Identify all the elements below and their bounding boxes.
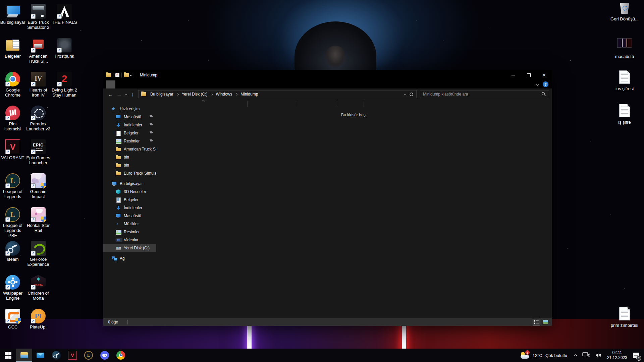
sidebar-item[interactable]: Masaüstü (103, 212, 156, 220)
breadcrumb-item[interactable]: Bu bilgisayar (148, 90, 179, 98)
desktop-icon[interactable]: steam (0, 240, 25, 274)
recent-locations-chevron-icon[interactable] (123, 94, 128, 95)
desktop-icon[interactable]: League of Legends PBE (0, 206, 25, 240)
desktop-icon[interactable]: Bu bilgisayar (0, 3, 25, 37)
ribbon-tab[interactable] (115, 80, 125, 88)
shortcut-arrow-icon (31, 48, 36, 53)
desktop-icon[interactable]: Riot İstemcisi (0, 105, 25, 139)
shortcut-arrow-icon (31, 183, 36, 188)
minimize-button[interactable] (505, 70, 521, 80)
address-dropdown-chevron-icon[interactable] (404, 93, 406, 95)
taskbar-app-start[interactable] (0, 349, 16, 362)
volume-tray-button[interactable] (593, 349, 604, 362)
title-bar[interactable]: Minidump (103, 70, 552, 80)
customize-toolbar-caret-icon[interactable] (129, 74, 132, 76)
taskbar-app-valorant[interactable] (64, 349, 80, 362)
forward-button[interactable]: → (115, 92, 123, 97)
sidebar-item[interactable]: İndirilenler (103, 204, 156, 212)
column-divider[interactable] (247, 101, 248, 107)
desktop-icon[interactable]: masaüstü (608, 35, 641, 59)
column-divider[interactable] (338, 101, 338, 107)
sidebar-item[interactable]: Videolar (103, 236, 156, 244)
desktop-icon-label: GeForce Experience (25, 257, 51, 267)
desktop-icon[interactable]: Hearts of Iron IV (25, 71, 51, 105)
sidebar-item[interactable]: bin (103, 153, 156, 161)
desktop-icon[interactable]: Google Chrome (0, 71, 25, 105)
column-divider[interactable] (297, 101, 297, 107)
taskbar-app-league-of-legends[interactable] (80, 349, 97, 362)
sidebar-item[interactable]: bin (103, 161, 156, 169)
clock[interactable]: 02:11 21.12.2023 (604, 350, 630, 360)
back-button[interactable]: ← (106, 92, 115, 97)
breadcrumb-item[interactable]: Yerel Disk (C:) (179, 90, 213, 98)
desktop-icon[interactable]: Geri Dönüşü... (608, 0, 641, 21)
ribbon-tab[interactable] (106, 80, 115, 88)
sidebar-item[interactable]: İndirilenler (103, 121, 156, 129)
desktop-icon[interactable]: League of Legends (0, 173, 25, 206)
desktop-icon[interactable]: VALORANT (0, 139, 25, 173)
sidebar-item[interactable]: Yerel Disk (C:) (103, 244, 156, 252)
details-view-button[interactable] (533, 319, 540, 325)
desktop-icon[interactable]: Honkai Star Rail (25, 206, 51, 240)
help-icon[interactable] (543, 81, 548, 87)
desktop-icon[interactable]: Frostpunk (51, 37, 78, 71)
breadcrumb-item[interactable]: Minidump (238, 90, 261, 98)
desktop-icon[interactable]: Paradox Launcher v2 (25, 105, 51, 139)
sidebar-item[interactable]: Müzikler (103, 220, 156, 228)
sidebar-item[interactable]: American Truck Sim (103, 145, 156, 153)
sidebar-item-icon (115, 197, 121, 202)
ribbon-tab[interactable] (125, 80, 134, 88)
desktop-icon[interactable]: Genshin Impact (25, 173, 51, 206)
desktop-icon[interactable]: Epic Games Launcher (25, 139, 51, 173)
taskbar-app-explorer[interactable] (16, 349, 32, 362)
breadcrumb-item[interactable]: Windows (213, 90, 238, 98)
sidebar-item[interactable]: Masaüstü (103, 113, 156, 121)
sidebar-item[interactable]: Resimler (103, 137, 156, 145)
taskbar-app-discord[interactable] (97, 349, 113, 362)
address-bar[interactable]: Bu bilgisayar Yerel Disk (C:) Windows Mi… (138, 90, 417, 98)
app-icon (5, 38, 20, 53)
network-tray-button[interactable] (580, 349, 593, 362)
taskbar-app-mail[interactable] (32, 349, 48, 362)
sidebar-section[interactable]: Bu bilgisayar (103, 180, 156, 188)
desktop-icon[interactable]: Belgeler (0, 37, 25, 71)
thumbnails-view-button[interactable] (542, 319, 549, 325)
sidebar-item[interactable]: Euro Truck Simulato (103, 169, 156, 177)
properties-quick-icon[interactable] (115, 73, 119, 77)
column-divider[interactable] (364, 101, 364, 107)
desktop-icon[interactable]: iş şifre (608, 103, 641, 125)
desktop-icon[interactable]: THE FINALS (51, 3, 78, 37)
sidebar-item[interactable]: Belgeler (103, 129, 156, 137)
shortcut-arrow-icon (5, 285, 10, 290)
desktop-icon[interactable]: Children of Morta (25, 274, 51, 308)
sidebar-item[interactable]: 3D Nesneler (103, 188, 156, 196)
file-list-area[interactable]: Bu klasör boş. (156, 100, 552, 318)
new-folder-quick-icon[interactable] (124, 73, 129, 77)
desktop-icon[interactable]: prim zımbırtısı (608, 306, 641, 328)
desktop-icon[interactable]: Dying Light 2 Stay Human (51, 71, 78, 105)
up-button[interactable]: ↑ (128, 92, 137, 97)
action-center-button[interactable]: 2 (630, 349, 644, 362)
sidebar-item[interactable]: Belgeler (103, 196, 156, 204)
desktop-icon[interactable]: Wallpaper Engine (0, 274, 25, 308)
sidebar-section[interactable]: Hızlı erişim (103, 105, 156, 113)
desktop-icon[interactable]: GeForce Experience (25, 240, 51, 274)
taskbar-app-steam[interactable] (48, 349, 64, 362)
weather-widget[interactable]: 1 12°C Çok bulutlu (516, 349, 571, 362)
sidebar-item[interactable]: Resimler (103, 228, 156, 236)
close-button[interactable] (536, 70, 552, 80)
search-input[interactable]: Minidump klasöründe ara (420, 90, 549, 98)
maximize-button[interactable] (521, 70, 536, 80)
desktop-icon[interactable]: American Truck Si... (25, 37, 51, 71)
desktop-icon[interactable]: Euro Truck Simulator 2 (25, 3, 51, 37)
desktop-icon[interactable]: PlateUp! (25, 308, 51, 342)
sidebar-section-icon (111, 106, 117, 112)
desktop-icon[interactable]: ios şifresi (608, 69, 641, 91)
sidebar-section[interactable]: Ağ (103, 254, 156, 262)
taskbar-app-chrome[interactable] (113, 349, 129, 362)
collapse-ribbon-chevron-icon[interactable] (536, 83, 539, 86)
hidden-icons-chevron[interactable] (571, 349, 580, 362)
ribbon-tab[interactable] (134, 80, 144, 88)
desktop-icon[interactable]: GCC (0, 308, 25, 342)
refresh-icon[interactable] (409, 92, 414, 97)
